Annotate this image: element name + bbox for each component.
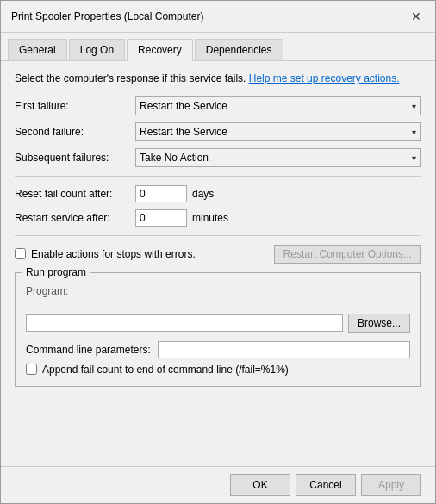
cancel-button[interactable]: Cancel xyxy=(296,474,356,496)
program-field-group: Program: Browse... xyxy=(26,285,410,341)
close-button[interactable]: ✕ xyxy=(408,8,425,25)
description-text: Select the computer's response if this s… xyxy=(15,72,421,86)
restart-service-after-unit: minutes xyxy=(192,212,228,224)
first-failure-row: First failure: Restart the Service Take … xyxy=(15,96,421,115)
program-row: Browse... xyxy=(26,314,410,333)
tab-dependencies[interactable]: Dependencies xyxy=(195,39,283,61)
tab-bar: General Log On Recovery Dependencies xyxy=(1,33,435,61)
program-input[interactable] xyxy=(26,314,343,332)
reset-fail-count-row: Reset fail count after: days xyxy=(15,185,421,202)
append-fail-count-checkbox[interactable] xyxy=(26,364,37,375)
enable-actions-checkbox[interactable] xyxy=(15,248,26,259)
run-program-title: Run program xyxy=(22,266,90,278)
tab-general[interactable]: General xyxy=(8,39,67,61)
cmd-params-row: Command line parameters: xyxy=(26,341,410,358)
title-bar: Print Spooler Properties (Local Computer… xyxy=(1,1,435,33)
tab-recovery[interactable]: Recovery xyxy=(127,39,193,61)
restart-computer-options-button[interactable]: Restart Computer Options... xyxy=(274,245,421,264)
subsequent-failures-label: Subsequent failures: xyxy=(15,152,135,164)
enable-actions-label: Enable actions for stops with errors. xyxy=(31,248,274,260)
restart-service-after-input[interactable] xyxy=(135,209,187,227)
enable-actions-row: Enable actions for stops with errors. Re… xyxy=(15,245,421,264)
first-failure-select[interactable]: Restart the Service Take No Action Run a… xyxy=(135,96,421,115)
apply-button[interactable]: Apply xyxy=(361,474,421,496)
divider1 xyxy=(15,176,421,177)
program-label: Program: xyxy=(26,285,410,297)
reset-fail-count-unit: days xyxy=(192,188,214,200)
subsequent-failures-row: Subsequent failures: Take No Action Rest… xyxy=(15,148,421,167)
cmd-params-label: Command line parameters: xyxy=(26,344,151,356)
reset-fail-count-input[interactable] xyxy=(135,185,187,202)
help-link[interactable]: Help me set up recovery actions. xyxy=(249,72,400,84)
first-failure-label: First failure: xyxy=(15,100,135,112)
reset-fail-count-label: Reset fail count after: xyxy=(15,188,135,200)
tab-logon[interactable]: Log On xyxy=(69,39,125,61)
subsequent-failures-select[interactable]: Take No Action Restart the Service Run a… xyxy=(135,148,421,167)
second-failure-row: Second failure: Restart the Service Take… xyxy=(15,122,421,141)
first-failure-select-wrapper[interactable]: Restart the Service Take No Action Run a… xyxy=(135,96,421,115)
run-program-group: Run program Program: Browse... Command l… xyxy=(15,272,421,387)
subsequent-failures-select-wrapper[interactable]: Take No Action Restart the Service Run a… xyxy=(135,148,421,167)
restart-service-after-label: Restart service after: xyxy=(15,212,135,224)
second-failure-select[interactable]: Restart the Service Take No Action Run a… xyxy=(135,122,421,141)
append-fail-count-row: Append fail count to end of command line… xyxy=(26,364,410,376)
footer: OK Cancel Apply xyxy=(1,466,435,503)
second-failure-select-wrapper[interactable]: Restart the Service Take No Action Run a… xyxy=(135,122,421,141)
ok-button[interactable]: OK xyxy=(230,474,290,496)
window: Print Spooler Properties (Local Computer… xyxy=(0,0,436,504)
second-failure-label: Second failure: xyxy=(15,126,135,138)
window-title: Print Spooler Properties (Local Computer… xyxy=(11,10,203,22)
divider2 xyxy=(15,235,421,236)
cmd-params-input[interactable] xyxy=(158,341,410,358)
restart-service-after-row: Restart service after: minutes xyxy=(15,209,421,227)
append-fail-count-label: Append fail count to end of command line… xyxy=(42,364,289,376)
browse-button[interactable]: Browse... xyxy=(348,314,410,333)
content-area: Select the computer's response if this s… xyxy=(1,61,435,466)
cmd-section: Command line parameters: Append fail cou… xyxy=(26,341,410,376)
